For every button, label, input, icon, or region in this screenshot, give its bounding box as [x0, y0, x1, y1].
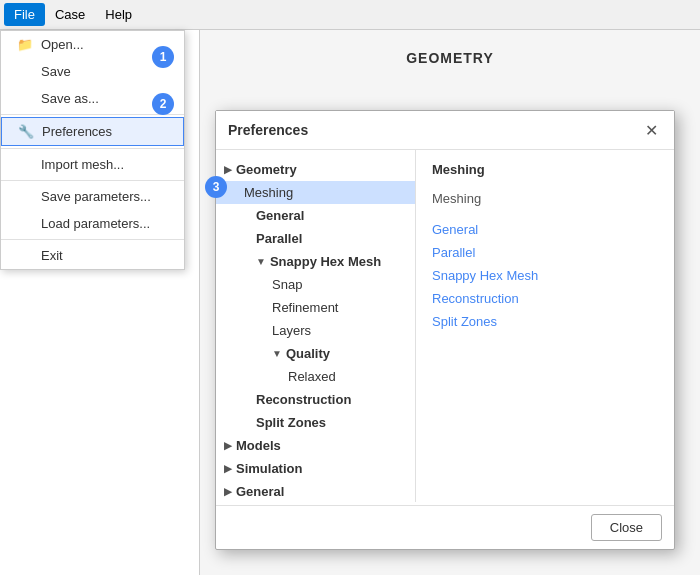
tree-models[interactable]: ▶ Models — [216, 434, 415, 457]
dialog-footer: Close — [216, 505, 674, 549]
content-general-link[interactable]: General — [432, 218, 658, 241]
tree-parallel[interactable]: Parallel — [216, 227, 415, 250]
dialog-body: ▶ Geometry Meshing General Parallel ▼ Sn… — [216, 150, 674, 502]
menu-file[interactable]: File — [4, 3, 45, 26]
content-section-title: Meshing — [432, 162, 658, 177]
preferences-dialog: Preferences ✕ ▶ Geometry Meshing General — [215, 110, 675, 550]
divider-1 — [1, 114, 184, 115]
dropdown-import-mesh[interactable]: Import mesh... — [1, 151, 184, 178]
dropdown-preferences[interactable]: 🔧 Preferences — [1, 117, 184, 146]
badge-2: 2 — [152, 93, 174, 115]
menu-help[interactable]: Help — [95, 3, 142, 26]
tree-reconstruction[interactable]: Reconstruction — [216, 388, 415, 411]
close-dialog-button[interactable]: Close — [591, 514, 662, 541]
menu-bar: File Case Help — [0, 0, 700, 30]
content-reconstruction-link[interactable]: Reconstruction — [432, 287, 658, 310]
app-window: File Case Help GEOMETRY 📁 Open... Save S… — [0, 0, 700, 575]
tree-meshing[interactable]: Meshing — [216, 181, 415, 204]
tree-simulation[interactable]: ▶ Simulation — [216, 457, 415, 480]
tree-panel: ▶ Geometry Meshing General Parallel ▼ Sn… — [216, 150, 416, 502]
tree-relaxed[interactable]: Relaxed — [216, 365, 415, 388]
content-meshing: Meshing — [432, 187, 658, 210]
arrow-models: ▶ — [224, 440, 232, 451]
dropdown-load-params[interactable]: Load parameters... — [1, 210, 184, 237]
tree-quality[interactable]: ▼ Quality — [216, 342, 415, 365]
arrow-quality: ▼ — [272, 348, 282, 359]
tree-general[interactable]: General — [216, 204, 415, 227]
arrow-general-root: ▶ — [224, 486, 232, 497]
tree-snappy-hex-mesh[interactable]: ▼ Snappy Hex Mesh — [216, 250, 415, 273]
arrow-simulation: ▶ — [224, 463, 232, 474]
geometry-header: GEOMETRY — [200, 30, 700, 86]
content-parallel-link[interactable]: Parallel — [432, 241, 658, 264]
content-snappy-hex-mesh-link[interactable]: Snappy Hex Mesh — [432, 264, 658, 287]
tree-general-root[interactable]: ▶ General — [216, 480, 415, 502]
dropdown-exit[interactable]: Exit — [1, 242, 184, 269]
divider-2 — [1, 148, 184, 149]
wrench-icon: 🔧 — [18, 124, 34, 139]
content-panel: Meshing Meshing General Parallel Snappy … — [416, 150, 674, 502]
dialog-close-icon[interactable]: ✕ — [640, 119, 662, 141]
arrow-snappy: ▼ — [256, 256, 266, 267]
dropdown-save-params[interactable]: Save parameters... — [1, 183, 184, 210]
arrow-geometry: ▶ — [224, 164, 232, 175]
tree-snap[interactable]: Snap — [216, 273, 415, 296]
badge-3: 3 — [205, 176, 227, 198]
folder-icon: 📁 — [17, 37, 33, 52]
menu-case[interactable]: Case — [45, 3, 95, 26]
tree-split-zones[interactable]: Split Zones — [216, 411, 415, 434]
dialog-title: Preferences — [228, 122, 308, 138]
dialog-title-bar: Preferences ✕ — [216, 111, 674, 150]
tree-geometry[interactable]: ▶ Geometry — [216, 158, 415, 181]
divider-3 — [1, 180, 184, 181]
tree-refinement[interactable]: Refinement — [216, 296, 415, 319]
tree-layers[interactable]: Layers — [216, 319, 415, 342]
badge-1: 1 — [152, 46, 174, 68]
content-split-zones-link[interactable]: Split Zones — [432, 310, 658, 333]
divider-4 — [1, 239, 184, 240]
